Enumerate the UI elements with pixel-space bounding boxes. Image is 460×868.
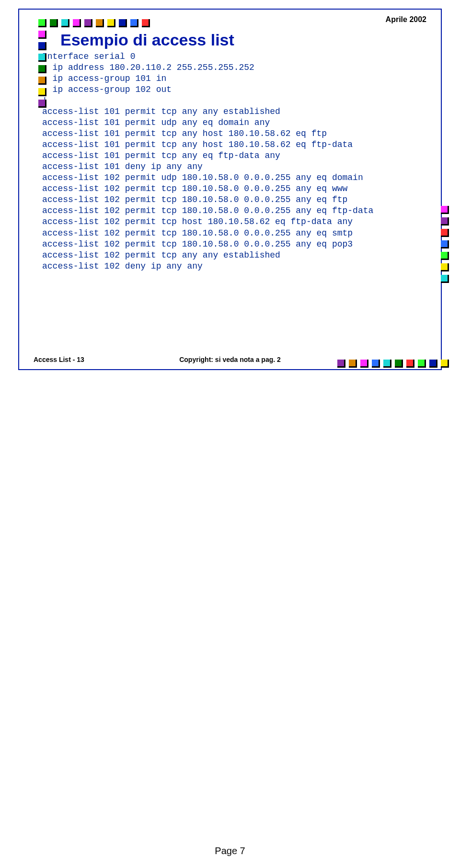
decorative-square <box>441 275 449 283</box>
decorative-square <box>441 229 449 237</box>
decorative-square <box>84 19 92 27</box>
decorative-square <box>119 19 127 27</box>
decorative-square <box>441 217 449 225</box>
decorative-square <box>38 100 46 108</box>
decorative-square <box>50 19 58 27</box>
decorative-square <box>441 252 449 260</box>
decorative-square <box>61 19 69 27</box>
decorative-square <box>38 42 46 50</box>
decorative-square <box>38 77 46 85</box>
decorative-square <box>130 19 138 27</box>
footer-center: Copyright: si veda nota a pag. 2 <box>19 356 441 363</box>
page-number: Page 7 <box>0 845 460 857</box>
decorative-square <box>38 31 46 39</box>
decorative-square <box>441 240 449 248</box>
decorative-square <box>38 19 46 27</box>
decorative-square <box>107 19 115 27</box>
decorative-square <box>73 19 81 27</box>
decorative-square <box>441 360 449 368</box>
decorative-square <box>96 19 104 27</box>
header-date: Aprile 2002 <box>386 15 426 24</box>
decorative-square <box>142 19 150 27</box>
slide-title: Esempio di access list <box>60 31 426 49</box>
code-block: Interface serial 0 ip address 180.20.110… <box>42 51 426 272</box>
decorative-square <box>441 263 449 271</box>
decorative-square <box>38 54 46 62</box>
decorative-square <box>441 206 449 214</box>
decorative-square <box>38 65 46 73</box>
decorative-square <box>38 88 46 96</box>
slide-page: Aprile 2002 Esempio di access list Inter… <box>18 9 442 370</box>
